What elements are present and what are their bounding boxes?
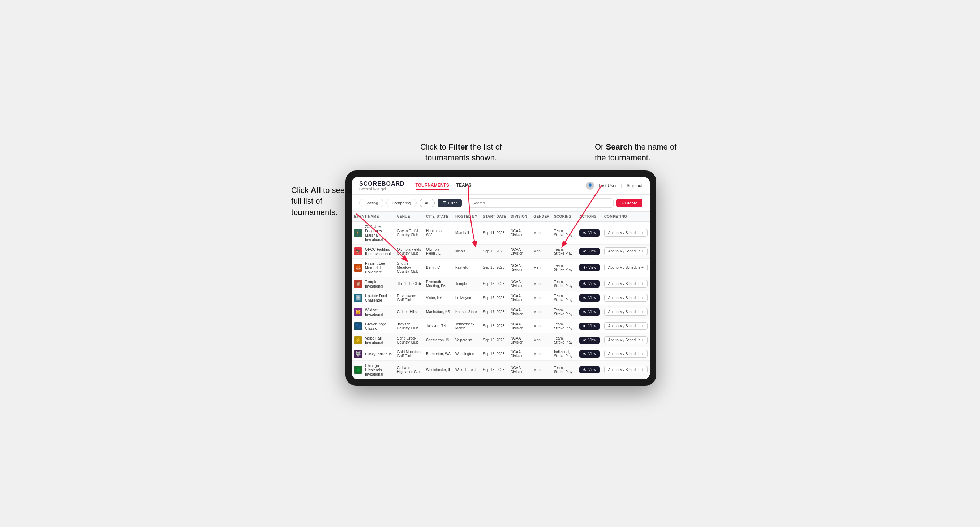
col-city-state: CITY, STATE	[424, 212, 453, 222]
cell-event-name-0: 🏌️ 2023 Joe Feaganes Marshall Invitation…	[352, 221, 395, 244]
logo-area: SCOREBOARD Powered by clippd	[359, 181, 405, 191]
cell-city-1: Olympia Fields, IL	[424, 244, 453, 258]
table-row: 🦅 OFCC Fighting Illini Invitational Olym…	[352, 244, 650, 258]
view-button-1[interactable]: 👁 View	[579, 248, 600, 255]
table-row: ⚡ Valpo Fall Invitational Sand Creek Cou…	[352, 333, 650, 347]
tab-competing[interactable]: Competing	[386, 198, 416, 207]
cell-gender-5: Men	[531, 305, 552, 319]
user-avatar: 👤	[586, 182, 594, 190]
cell-gender-4: Men	[531, 291, 552, 305]
event-name-text-7: Valpo Fall Invitational	[365, 336, 393, 344]
team-icon-9: 🌲	[354, 366, 362, 374]
cell-actions-4: 👁 View	[577, 291, 602, 305]
add-schedule-button-4[interactable]: Add to My Schedule +	[604, 294, 648, 302]
annotation-top-right: Or Search the name of the tournament.	[595, 141, 689, 164]
nav-teams[interactable]: TEAMS	[457, 181, 472, 190]
cell-hosted-5: Kansas State	[453, 305, 481, 319]
cell-scoring-1: Team, Stroke Play	[552, 244, 577, 258]
cell-city-8: Bremerton, WA	[424, 347, 453, 360]
add-schedule-button-6[interactable]: Add to My Schedule +	[604, 322, 648, 330]
cell-date-4: Sep 16, 2023	[480, 291, 508, 305]
app-logo-sub: Powered by clippd	[359, 187, 405, 191]
sign-out-link[interactable]: Sign out	[627, 183, 643, 188]
cell-actions-0: 👁 View	[577, 221, 602, 244]
cell-city-3: Plymouth Meeting, PA	[424, 277, 453, 291]
add-schedule-button-7[interactable]: Add to My Schedule +	[604, 336, 648, 344]
view-button-2[interactable]: 👁 View	[579, 264, 600, 271]
add-schedule-button-8[interactable]: Add to My Schedule +	[604, 350, 648, 357]
nav-tournaments[interactable]: TOURNAMENTS	[415, 181, 449, 190]
cell-actions-7: 👁 View	[577, 333, 602, 347]
cell-venue-4: Ravenwood Golf Club	[395, 291, 424, 305]
tablet-screen: SCOREBOARD Powered by clippd TOURNAMENTS…	[352, 177, 650, 379]
cell-venue-6: Jackson Country Club	[395, 319, 424, 333]
cell-competing-6: Add to My Schedule +	[602, 319, 650, 333]
eye-icon-2: 👁	[583, 265, 587, 270]
cell-event-name-2: 🦊 Ryan T. Lee Memorial Collegiate	[352, 258, 395, 277]
event-name-text-6: Grover Page Classic	[365, 322, 393, 330]
cell-scoring-5: Team, Stroke Play	[552, 305, 577, 319]
view-button-3[interactable]: 👁 View	[579, 280, 600, 287]
view-button-0[interactable]: 👁 View	[579, 229, 600, 237]
add-schedule-button-3[interactable]: Add to My Schedule +	[604, 280, 648, 287]
cell-hosted-0: Marshall	[453, 221, 481, 244]
create-button[interactable]: + Create	[616, 198, 643, 207]
cell-actions-5: 👁 View	[577, 305, 602, 319]
view-button-4[interactable]: 👁 View	[579, 294, 600, 302]
cell-event-name-9: 🌲 Chicago Highlands Invitational	[352, 360, 395, 379]
add-schedule-button-9[interactable]: Add to My Schedule +	[604, 366, 648, 373]
col-start-date: START DATE	[480, 212, 508, 222]
view-button-8[interactable]: 👁 View	[579, 350, 600, 357]
add-schedule-button-5[interactable]: Add to My Schedule +	[604, 308, 648, 316]
cell-scoring-6: Team, Stroke Play	[552, 319, 577, 333]
annotation-top-center: Click to Filter the list of tournaments …	[400, 141, 522, 164]
view-button-6[interactable]: 👁 View	[579, 322, 600, 330]
event-name-text-8: Husky Individual	[365, 352, 393, 356]
cell-actions-6: 👁 View	[577, 319, 602, 333]
tab-all[interactable]: All	[420, 198, 435, 207]
cell-event-name-4: ⬆️ Upstate Dual Challenge	[352, 291, 395, 305]
cell-city-0: Huntington, WV	[424, 221, 453, 244]
table-row: 🌲 Chicago Highlands Invitational Chicago…	[352, 360, 650, 379]
cell-city-4: Victor, NY	[424, 291, 453, 305]
user-name: Test User	[598, 183, 617, 188]
cell-scoring-9: Team, Stroke Play	[552, 360, 577, 379]
cell-event-name-5: 🐱 Wildcat Invitational	[352, 305, 395, 319]
add-schedule-button-2[interactable]: Add to My Schedule +	[604, 264, 648, 271]
cell-competing-5: Add to My Schedule +	[602, 305, 650, 319]
filter-label: Filter	[448, 201, 457, 205]
cell-venue-9: Chicago Highlands Club	[395, 360, 424, 379]
team-icon-1: 🦅	[354, 248, 362, 256]
filter-bar: Hosting Competing All ☰ Filter + Create	[352, 195, 650, 212]
cell-division-8: NCAA Division I	[508, 347, 531, 360]
filter-button[interactable]: ☰ Filter	[438, 198, 462, 207]
app-logo: SCOREBOARD	[359, 181, 405, 187]
table-row: 🦊 Ryan T. Lee Memorial Collegiate Shuttl…	[352, 258, 650, 277]
add-schedule-button-1[interactable]: Add to My Schedule +	[604, 248, 648, 255]
view-button-5[interactable]: 👁 View	[579, 308, 600, 316]
add-schedule-button-0[interactable]: Add to My Schedule +	[604, 229, 648, 237]
cell-date-3: Sep 16, 2023	[480, 277, 508, 291]
cell-gender-6: Men	[531, 319, 552, 333]
cell-gender-1: Men	[531, 244, 552, 258]
cell-scoring-0: Team, Stroke Play	[552, 221, 577, 244]
cell-venue-5: Colbert Hills	[395, 305, 424, 319]
cell-division-1: NCAA Division I	[508, 244, 531, 258]
view-button-9[interactable]: 👁 View	[579, 366, 600, 373]
eye-icon-1: 👁	[583, 249, 587, 254]
cell-date-0: Sep 11, 2023	[480, 221, 508, 244]
team-icon-0: 🏌️	[354, 229, 362, 237]
eye-icon-3: 👁	[583, 282, 587, 286]
cell-date-7: Sep 18, 2023	[480, 333, 508, 347]
filter-icon: ☰	[443, 200, 446, 205]
cell-competing-9: Add to My Schedule +	[602, 360, 650, 379]
view-button-7[interactable]: 👁 View	[579, 337, 600, 344]
cell-division-6: NCAA Division I	[508, 319, 531, 333]
cell-date-8: Sep 18, 2023	[480, 347, 508, 360]
cell-scoring-4: Team, Stroke Play	[552, 291, 577, 305]
search-input[interactable]	[468, 198, 614, 208]
cell-hosted-4: Le Moyne	[453, 291, 481, 305]
col-scoring: SCORING	[552, 212, 577, 222]
cell-venue-1: Olympia Fields Country Club	[395, 244, 424, 258]
tournaments-table-container: EVENT NAME VENUE CITY, STATE HOSTED BY S…	[352, 212, 650, 379]
